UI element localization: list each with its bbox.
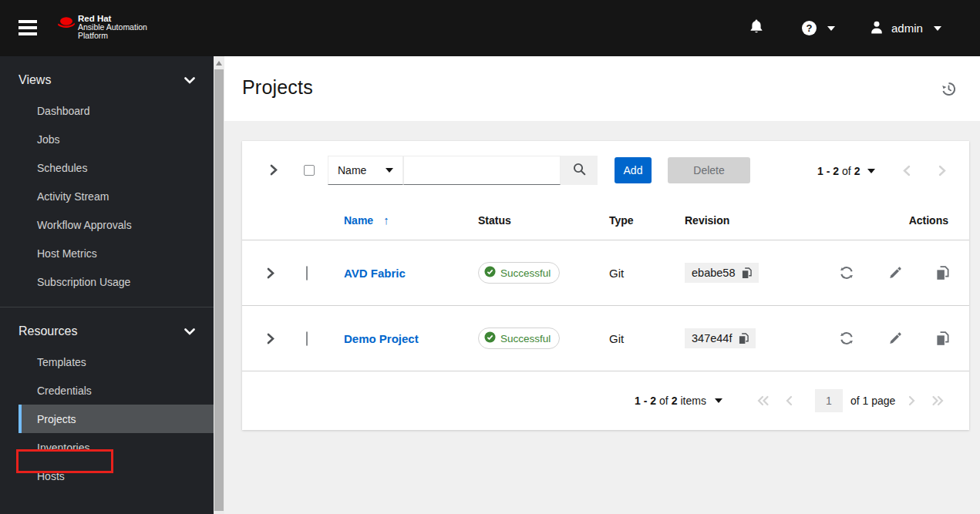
revision-value: 347e44f — [692, 332, 732, 344]
next-page-chevron-icon[interactable] — [908, 371, 915, 430]
page-number-input[interactable] — [815, 389, 843, 412]
pagination-bottom: 1 - 2 of 2 items of 1 page — [242, 371, 969, 430]
sidebar-group-resources[interactable]: Resources — [0, 307, 214, 348]
user-icon — [870, 20, 884, 36]
select-all-checkbox[interactable] — [304, 165, 315, 176]
masthead: Red Hat Ansible Automation Platform ? ad… — [0, 0, 980, 56]
brand-subtitle-2: Platform — [78, 32, 147, 40]
user-menu-button[interactable]: admin — [870, 0, 941, 56]
revision-value: ebabe58 — [692, 267, 735, 279]
copy-icon[interactable] — [742, 267, 752, 279]
sidebar-item-subscription-usage[interactable]: Subscription Usage — [0, 267, 214, 296]
notifications-button[interactable] — [749, 0, 763, 56]
project-type: Git — [609, 267, 685, 280]
check-circle-icon — [484, 266, 496, 280]
pagination-range: 1 - 2 — [817, 165, 839, 177]
pagination-range: 1 - 2 — [635, 395, 656, 407]
copy-icon[interactable] — [739, 333, 749, 344]
search-button[interactable] — [561, 156, 598, 185]
status-label: Successful — [500, 333, 551, 344]
sidebar-item-hosts[interactable]: Hosts — [0, 462, 214, 490]
expand-all-chevron-icon[interactable] — [270, 164, 278, 179]
prev-page-chevron-icon[interactable] — [903, 165, 911, 176]
add-button[interactable]: Add — [615, 157, 652, 183]
column-header-actions: Actions — [839, 214, 969, 227]
row-expand-chevron-icon[interactable] — [242, 333, 293, 344]
sidebar-nav: Views Dashboard Jobs Schedules Activity … — [0, 56, 214, 514]
sidebar-item-schedules[interactable]: Schedules — [0, 153, 214, 182]
prev-page-chevron-icon[interactable] — [786, 371, 793, 430]
project-type: Git — [609, 332, 685, 345]
pagination-total: 2 — [672, 395, 678, 407]
search-input[interactable] — [403, 156, 561, 185]
status-badge[interactable]: Successful — [478, 262, 560, 284]
page-of-label: of 1 page — [850, 371, 895, 430]
chevron-down-icon — [184, 324, 195, 338]
check-circle-icon — [484, 331, 496, 345]
sidebar-item-host-metrics[interactable]: Host Metrics — [0, 239, 214, 267]
sidebar-scrollbar[interactable] — [214, 56, 224, 514]
list-toolbar: Name Add Delete 1 - 2 of 2 — [242, 141, 969, 200]
status-badge[interactable]: Successful — [478, 328, 560, 349]
row-checkbox[interactable] — [306, 331, 308, 346]
content-area: Name Add Delete 1 - 2 of 2 — [224, 121, 980, 514]
sidebar-group-label: Views — [19, 73, 51, 87]
pagination-of-word: of — [659, 395, 668, 407]
project-name-link[interactable]: AVD Fabric — [344, 267, 406, 280]
sidebar-item-templates[interactable]: Templates — [0, 348, 214, 376]
chevron-down-icon — [934, 26, 941, 31]
sidebar-item-projects[interactable]: Projects — [19, 405, 214, 433]
edit-pencil-icon[interactable] — [888, 266, 902, 280]
pagination-items-word: items — [681, 395, 706, 407]
sidebar-group-views[interactable]: Views — [0, 56, 214, 96]
filter-type-value: Name — [338, 164, 366, 176]
history-icon[interactable] — [941, 82, 957, 97]
row-checkbox[interactable] — [306, 266, 308, 281]
sidebar-item-workflow-approvals[interactable]: Workflow Approvals — [0, 210, 214, 239]
sidebar-item-inventories[interactable]: Inventories — [0, 433, 214, 462]
column-header-type: Type — [609, 214, 685, 227]
revision-chip: ebabe58 — [685, 263, 759, 283]
pagination-total: 2 — [854, 165, 860, 177]
items-per-page[interactable]: 1 - 2 of 2 items — [635, 371, 722, 430]
sidebar-item-dashboard[interactable]: Dashboard — [0, 96, 214, 125]
scrollbar-up-arrow-icon[interactable] — [216, 61, 222, 66]
page-header: Projects — [224, 56, 980, 121]
chevron-down-icon — [715, 398, 722, 403]
sidebar-item-jobs[interactable]: Jobs — [0, 125, 214, 153]
first-page-double-chevron-icon[interactable] — [757, 371, 770, 430]
row-expand-chevron-icon[interactable] — [242, 267, 293, 279]
chevron-down-icon — [386, 168, 393, 173]
column-header-status: Status — [478, 214, 609, 227]
delete-button[interactable]: Delete — [668, 157, 750, 183]
pagination-top: 1 - 2 of 2 — [817, 141, 946, 200]
next-page-chevron-icon[interactable] — [938, 165, 946, 176]
nav-toggle-hamburger-icon[interactable] — [19, 20, 37, 35]
copy-icon[interactable] — [936, 266, 949, 281]
column-header-revision: Revision — [685, 214, 839, 227]
scrollbar-thumb[interactable] — [214, 69, 224, 511]
filter-type-select[interactable]: Name — [328, 156, 403, 185]
help-menu-button[interactable]: ? — [802, 0, 835, 56]
sync-icon[interactable] — [839, 266, 854, 280]
sync-icon[interactable] — [839, 331, 854, 345]
sidebar-item-credentials[interactable]: Credentials — [0, 376, 214, 405]
page-title: Projects — [242, 76, 313, 99]
table-row: Demo Project Successful Git 347e44f — [242, 306, 969, 371]
username-label: admin — [891, 22, 923, 35]
search-icon — [573, 163, 586, 178]
sidebar-group-label: Resources — [19, 324, 77, 338]
last-page-double-chevron-icon[interactable] — [931, 371, 944, 430]
brand-logo: Red Hat Ansible Automation Platform — [56, 15, 147, 39]
status-label: Successful — [500, 267, 551, 279]
sort-ascending-icon: ↑ — [383, 213, 389, 227]
project-name-link[interactable]: Demo Project — [344, 332, 419, 345]
column-header-name[interactable]: Name ↑ — [344, 213, 478, 227]
chevron-down-icon[interactable] — [867, 169, 875, 173]
table-header-row: Name ↑ Status Type Revision Actions — [242, 200, 969, 240]
edit-pencil-icon[interactable] — [888, 331, 902, 345]
copy-icon[interactable] — [936, 331, 949, 346]
chevron-down-icon — [827, 26, 835, 31]
sidebar-item-activity-stream[interactable]: Activity Stream — [0, 182, 214, 210]
bell-icon — [749, 19, 763, 37]
